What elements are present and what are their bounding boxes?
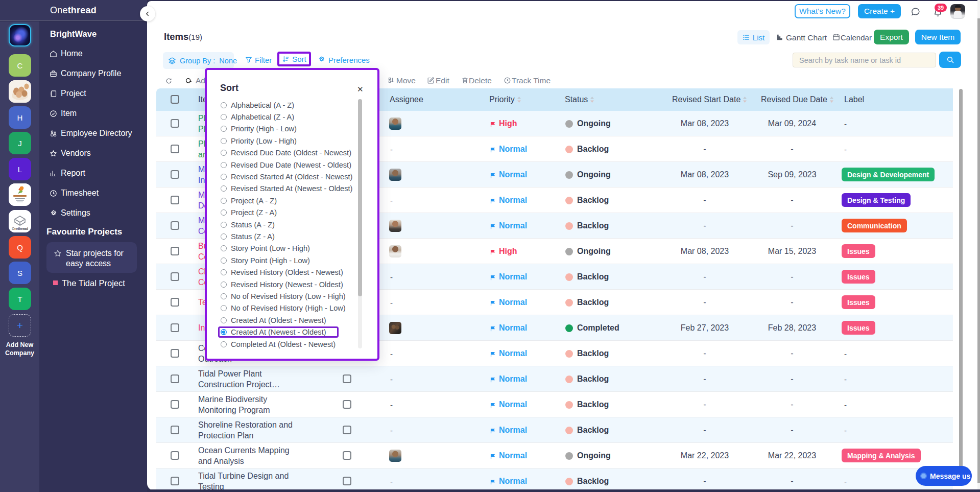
svg-text:Onethread: Onethread [12,227,28,230]
